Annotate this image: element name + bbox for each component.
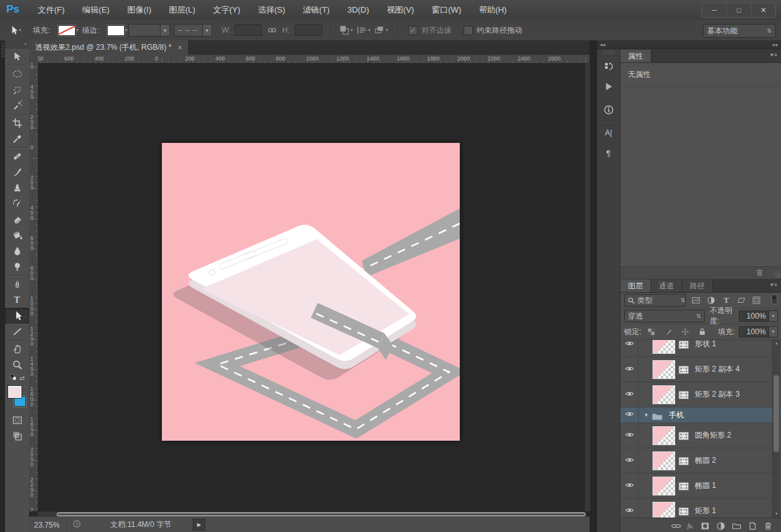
toolbar-collapse-button[interactable]: » [5,40,29,48]
layer-filter-type-dropdown[interactable]: 类型 ⇅ [624,294,686,307]
constrain-path-option[interactable]: 约束路径拖动 [464,20,522,40]
layer-row[interactable]: 圆角矩形 2 [620,423,781,448]
hand-tool[interactable] [5,341,29,357]
layer-visibility-toggle[interactable] [620,473,639,498]
delete-layer-button[interactable] [763,521,773,531]
smart-object-filter[interactable] [750,294,763,307]
scrollbar-thumb[interactable] [773,375,779,452]
menu-item-5[interactable]: 文字(Y) [204,0,249,20]
opacity-value[interactable]: 100% [739,310,769,322]
fill-control[interactable]: 100% ▾ [739,326,778,337]
layer-row[interactable]: 椭圆 2 [620,448,781,473]
canvas-viewport[interactable] [38,63,584,511]
document-tab[interactable]: 透视效果2.psd @ 23.7% (手机, RGB/8) * × [29,40,189,55]
lock-position[interactable] [679,325,692,338]
pen-tool[interactable] [5,276,29,292]
link-dimensions-icon[interactable] [267,20,277,40]
new-adjustment-layer-button[interactable] [716,521,726,531]
healing-brush-tool[interactable] [5,149,29,164]
tab-通道[interactable]: 通道 [651,280,682,292]
panel-resize-grip[interactable] [774,271,780,278]
paint-bucket-tool[interactable] [5,227,29,243]
actions-panel-icon[interactable] [597,76,620,96]
clone-stamp-tool[interactable] [5,180,29,196]
path-align-button[interactable]: ▾ [356,23,370,37]
marquee-tool[interactable] [5,66,29,82]
brush-tool[interactable] [5,164,29,180]
collapse-dock-icon[interactable]: ◀◀ [600,42,605,47]
trash-icon[interactable] [755,268,764,277]
stroke-type-dropdown[interactable]: – – –▾ [174,20,212,40]
path-selection-tool[interactable] [5,308,29,324]
combine-shapes-button[interactable]: ▾ [339,23,353,37]
path-arrange-button[interactable]: ▾ [374,23,388,37]
lock-transparent-pixels[interactable] [645,325,658,338]
shape-height-input[interactable] [295,25,322,36]
line-tool[interactable] [5,324,29,339]
layer-row[interactable]: 矩形 2 副本 4 [620,357,781,382]
filter-toggle-icon[interactable] [771,294,778,307]
new-layer-button[interactable] [748,521,757,531]
panel-menu-icon[interactable]: ▾≡ [770,281,778,288]
scroll-up-icon[interactable]: ▲ [773,340,780,347]
layer-row[interactable]: ▼手机 [620,407,781,423]
magic-wand-tool[interactable] [5,98,29,113]
type-layer-filter[interactable]: T [720,294,733,307]
align-edges-checkbox[interactable]: ✓ [408,26,418,35]
info-panel-icon[interactable] [597,99,620,120]
blend-mode-dropdown[interactable]: 穿透 ⇅ [624,310,705,322]
workspace-switcher[interactable]: 基本功能 ⇅ [703,24,776,38]
layer-visibility-toggle[interactable] [620,423,639,448]
close-icon[interactable]: × [178,43,182,52]
tool-preset-picker[interactable]: ▾ [8,20,21,40]
layer-row[interactable]: 椭圆 1 [620,473,781,499]
fill-value[interactable]: 100% [739,326,769,337]
minimize-button[interactable]: ─ [702,3,726,17]
menu-item-10[interactable]: 窗口(W) [423,0,470,20]
crop-tool[interactable] [5,115,29,131]
layer-thumbnail[interactable] [653,385,675,404]
paragraph-panel-icon[interactable]: ¶ [597,143,620,163]
stroke-swatch[interactable]: ▾ [107,20,128,40]
layers-scrollbar[interactable]: ▲ ▼ [772,340,780,518]
link-layers-button[interactable] [671,521,681,531]
tab-图层[interactable]: 图层 [620,280,651,292]
shape-layer-filter[interactable] [735,294,748,307]
maximize-button[interactable]: □ [726,3,751,17]
quick-mask-button[interactable] [5,412,29,428]
menu-item-6[interactable]: 选择(S) [249,0,294,20]
menu-item-8[interactable]: 3D(D) [338,0,378,20]
layer-thumbnail[interactable] [653,340,675,354]
lock-all[interactable] [696,325,709,338]
scroll-down-icon[interactable]: ▼ [773,511,780,518]
menu-item-2[interactable]: 编辑(E) [74,0,118,20]
layer-visibility-toggle[interactable] [620,340,639,356]
history-panel-icon[interactable] [597,56,620,76]
type-tool[interactable]: T [5,292,29,308]
layer-thumbnail[interactable] [653,451,675,470]
layer-style-fx-button[interactable]: fx. [687,522,694,529]
layer-visibility-toggle[interactable] [620,382,639,407]
new-group-button[interactable] [732,521,741,531]
history-brush-tool[interactable] [5,196,29,212]
chevron-down-icon[interactable]: ▾ [769,326,778,337]
layer-thumbnail[interactable] [653,502,675,518]
tab-properties[interactable]: 属性 [620,50,651,62]
collapse-group-icon[interactable]: ▼ [644,412,651,418]
layer-visibility-toggle[interactable] [620,448,639,473]
add-layer-mask-button[interactable] [700,521,710,531]
opacity-control[interactable]: 100% ▾ [739,310,778,322]
character-panel-icon[interactable]: A| [597,123,620,143]
foreground-color-swatch[interactable] [8,386,21,398]
chevron-down-icon[interactable]: ▾ [769,310,778,322]
screen-mode-button[interactable] [5,428,29,444]
constrain-path-checkbox[interactable] [464,26,473,35]
layer-row[interactable]: 矩形 1 [620,499,781,518]
menu-item-3[interactable]: 图像(I) [118,0,160,20]
menu-item-4[interactable]: 图层(L) [160,0,204,20]
layer-visibility-toggle[interactable] [620,407,639,422]
move-tool[interactable] [5,48,29,64]
zoom-level-field[interactable]: 23.75% [29,521,67,529]
layer-thumbnail[interactable] [653,360,675,379]
eyedropper-tool[interactable] [5,131,29,147]
